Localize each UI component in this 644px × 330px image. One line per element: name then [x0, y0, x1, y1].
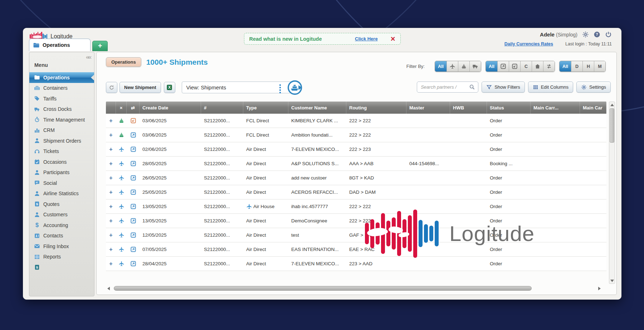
number-column[interactable]: # [201, 102, 243, 114]
customer-name-column[interactable]: Customer Name [288, 102, 346, 114]
create-date-column[interactable]: Create Date [140, 102, 201, 114]
master-column[interactable]: Master [406, 102, 450, 114]
scroll-right-arrow[interactable] [597, 286, 602, 291]
sidebar-item-accounting[interactable]: Accounting [29, 220, 94, 231]
gear-icon[interactable] [582, 31, 589, 38]
vertical-scrollbar[interactable] [609, 102, 615, 284]
filter-button-c[interactable]: C [520, 61, 532, 72]
search-icon[interactable] [469, 84, 475, 90]
table-row[interactable]: +25/05/2025S2122000...Air DirectACEROS R… [106, 185, 606, 200]
filter-button-house[interactable] [532, 61, 543, 72]
expand-row-button[interactable]: + [109, 204, 112, 209]
expand-row-button[interactable]: + [109, 118, 112, 123]
filter-button-h[interactable]: H [582, 61, 594, 72]
vertical-scroll-thumb[interactable] [610, 108, 614, 143]
scroll-left-arrow[interactable] [106, 286, 111, 291]
cancel-column[interactable]: × [116, 102, 127, 114]
sidebar-item-containers[interactable]: Containers [29, 83, 94, 94]
filter-button-import-box[interactable] [509, 61, 520, 72]
sidebar-item-participants[interactable]: Participants [29, 167, 94, 178]
filter-button-all[interactable]: All [560, 61, 571, 72]
search-partners-input[interactable] [420, 84, 469, 90]
refresh-button[interactable] [106, 82, 117, 93]
main-carrier-column[interactable]: Main Carr... [531, 102, 580, 114]
cell-main-carrier [531, 114, 580, 128]
new-shipment-button[interactable]: New Shipment [119, 82, 161, 93]
sidebar-item-filing-inbox[interactable]: Filing Inbox [29, 241, 94, 252]
expand-row-button[interactable]: + [109, 176, 112, 181]
breadcrumb[interactable]: Operations [106, 57, 141, 67]
sidebar-collapse-button[interactable]: «« [86, 54, 91, 61]
sync-column[interactable]: ⇄ [127, 102, 140, 114]
expand-row-button[interactable]: + [109, 218, 112, 223]
table-row[interactable]: +07/05/2025S2122000...Air DirectEAS INTE… [106, 242, 606, 257]
add-tab-button[interactable]: + [92, 41, 108, 51]
sidebar-item-customers[interactable]: Customers [29, 210, 94, 220]
expand-row-button[interactable]: + [109, 247, 112, 252]
filter-button-plane[interactable] [447, 61, 458, 72]
scroll-up-arrow[interactable] [609, 102, 615, 108]
filter-button-all[interactable]: All [486, 61, 497, 72]
sidebar-item-quotes[interactable]: Quotes [29, 199, 94, 210]
routing-column[interactable]: Routing [346, 102, 406, 114]
daily-currencies-link[interactable]: Daily Currencies Rates [504, 41, 553, 46]
expand-row-button[interactable]: + [109, 190, 112, 195]
sidebar-item-airline-statistics[interactable]: Airline Statistics [29, 188, 94, 199]
banner-click-here-link[interactable]: Click Here [355, 36, 378, 41]
sidebar-item-operations[interactable]: Operations [29, 72, 94, 83]
expand-row-button[interactable]: + [109, 147, 112, 152]
help-icon[interactable] [594, 31, 600, 38]
view-selector[interactable]: View: Shipments [182, 82, 300, 93]
type-column[interactable]: Type [243, 102, 288, 114]
expand-row-button[interactable]: + [109, 233, 112, 238]
show-filters-button[interactable]: Show Filters [482, 82, 525, 93]
expand-row-button[interactable]: + [109, 133, 112, 138]
filter-button-m[interactable]: M [594, 61, 605, 72]
sidebar-item-occasions[interactable]: Occasions [29, 157, 94, 167]
table-row[interactable]: +02/06/2025S2122000...Air Direct7-ELEVEN… [106, 142, 606, 157]
main-carrier-2-column[interactable]: Main Car [580, 102, 606, 114]
sidebar-item-tickets[interactable]: Tickets [29, 146, 94, 157]
sidebar-item-partial[interactable] [29, 262, 94, 273]
export-box-icon [130, 175, 136, 181]
sidebar-item-crm[interactable]: CRM [29, 125, 94, 136]
sidebar-item-social[interactable]: Social [29, 178, 94, 188]
export-excel-button[interactable] [164, 82, 175, 93]
expand-row-button[interactable]: + [109, 261, 112, 266]
table-row[interactable]: +03/06/2025S2122000...FCL DirectKIMBERLY… [106, 114, 606, 128]
table-row[interactable]: +28/05/2025S2122000...Air DirectA&P SOLU… [106, 157, 606, 171]
table-row[interactable]: +12/05/2025S2122000...Air DirecttestGAF … [106, 228, 606, 242]
tab-operations[interactable]: Operations [29, 39, 91, 51]
horizontal-scroll-thumb[interactable] [114, 286, 532, 291]
scroll-down-arrow[interactable] [609, 278, 615, 284]
table-row[interactable]: +03/06/2025S2122000...FCL DirectAmbition… [106, 128, 606, 142]
table-row[interactable]: +28/04/2025S2122000...Air Direct7-ELEVEN… [106, 257, 606, 271]
power-icon[interactable] [605, 31, 612, 38]
filter-button-truck[interactable] [469, 61, 481, 72]
ship-go-icon[interactable] [287, 80, 303, 95]
transport-cell [116, 200, 127, 213]
banner-close-icon[interactable]: × [391, 35, 395, 43]
table-row[interactable]: +13/05/2025S2122000...Air Houseihab inc.… [106, 200, 606, 214]
filter-button-export-box[interactable] [497, 61, 509, 72]
sidebar-item-reports[interactable]: Reports [29, 252, 94, 262]
funnel-icon [486, 84, 492, 90]
table-row[interactable]: +13/05/2025S2122000...Air DirectDemoCons… [106, 214, 606, 228]
sidebar-item-shipment-orders[interactable]: Shipment Orders [29, 136, 94, 146]
expand-row-button[interactable]: + [109, 161, 112, 166]
edit-columns-button[interactable]: Edit Columns [528, 82, 573, 93]
sidebar-item-cross-docks[interactable]: Cross Docks [29, 104, 94, 115]
settings-button[interactable]: Settings [576, 82, 611, 93]
expand-column[interactable] [106, 102, 116, 114]
sidebar-item-tariffs[interactable]: Tariffs [29, 93, 94, 104]
filter-button-ship[interactable] [458, 61, 469, 72]
status-column[interactable]: Status [487, 102, 531, 114]
filter-button-all[interactable]: All [435, 61, 447, 72]
table-row[interactable]: +26/05/2025S2122000...Air Directadd new … [106, 171, 606, 185]
sidebar-item-contacts[interactable]: Contacts [29, 231, 94, 241]
sidebar-item-time-management[interactable]: Time Management [29, 114, 94, 125]
filter-button-routing[interactable] [543, 61, 555, 72]
filter-button-d[interactable]: D [571, 61, 582, 72]
hwb-column[interactable]: HWB [450, 102, 487, 114]
horizontal-scrollbar[interactable] [106, 285, 602, 291]
